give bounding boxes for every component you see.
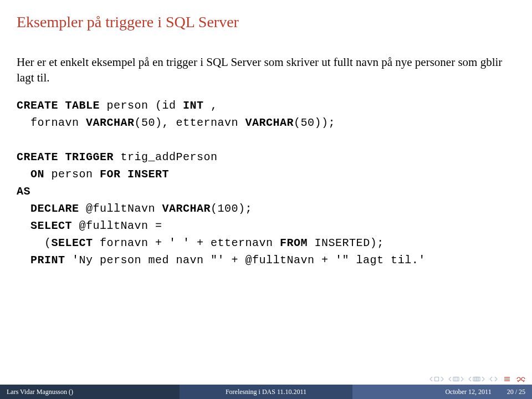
code-text: trig_addPerson: [114, 151, 218, 163]
code-text: [17, 254, 30, 267]
nav-section-icon[interactable]: [468, 376, 485, 382]
kw-int: INT: [183, 99, 204, 112]
footer-author: Lars Vidar Magnusson (): [0, 385, 180, 399]
kw-varchar: VARCHAR: [162, 202, 211, 215]
svg-rect-0: [435, 377, 439, 381]
kw-declare: DECLARE: [30, 202, 79, 215]
back-findforward-icon[interactable]: [515, 376, 526, 382]
code-text: @fulltNavn: [79, 202, 162, 215]
footer-title: Forelesning i DAS 11.10.2011: [180, 385, 352, 399]
code-text: INSERTED);: [308, 237, 384, 249]
code-text: (50));: [294, 116, 335, 129]
nav-appendix-icon[interactable]: [489, 376, 498, 382]
footer-date-page: October 12, 2011 20 / 25: [352, 385, 532, 399]
svg-rect-3: [473, 377, 477, 381]
nav-subsection-icon[interactable]: [448, 376, 464, 382]
kw-print: PRINT: [30, 254, 65, 267]
code-text: [17, 168, 30, 181]
slide-footer: Lars Vidar Magnusson () Forelesning i DA…: [0, 385, 532, 399]
intro-text: Her er et enkelt eksempel på en trigger …: [17, 54, 515, 86]
code-text: person: [44, 168, 100, 181]
svg-rect-4: [475, 377, 479, 381]
kw-varchar: VARCHAR: [86, 116, 135, 129]
kw-on: ON: [30, 168, 44, 181]
code-text: (100);: [211, 202, 252, 215]
code-text: ,: [204, 99, 218, 112]
code-text: @fulltNavn =: [72, 219, 162, 232]
kw-create-trigger: CREATE TRIGGER: [17, 151, 114, 163]
footer-page: 20 / 25: [507, 388, 525, 396]
beamer-nav-icons: [429, 376, 526, 382]
kw-for-insert: FOR INSERT: [100, 168, 169, 181]
code-text: fornavn: [17, 116, 86, 129]
kw-select: SELECT: [30, 219, 72, 232]
menu-icon[interactable]: [504, 376, 510, 382]
code-block: CREATE TABLE person (id INT , fornavn VA…: [17, 97, 515, 269]
code-text: fornavn + ' ' + etternavn: [93, 237, 280, 249]
code-text: (50), etternavn: [135, 116, 245, 129]
svg-rect-5: [476, 377, 480, 381]
code-text: (: [17, 237, 52, 249]
slide-title: Eksempler på triggere i SQL Server: [17, 13, 515, 31]
kw-create-table: CREATE TABLE: [17, 99, 100, 112]
kw-from: FROM: [280, 237, 308, 249]
kw-select: SELECT: [52, 237, 93, 249]
code-text: [17, 202, 30, 215]
footer-date: October 12, 2011: [445, 388, 491, 396]
code-text: [17, 219, 30, 232]
nav-frame-icon[interactable]: [429, 376, 444, 382]
code-text: 'Ny person med navn "' + @fulltNavn + '"…: [65, 254, 426, 267]
kw-as: AS: [17, 185, 30, 198]
code-text: person (id: [100, 99, 183, 112]
kw-varchar: VARCHAR: [245, 116, 294, 129]
